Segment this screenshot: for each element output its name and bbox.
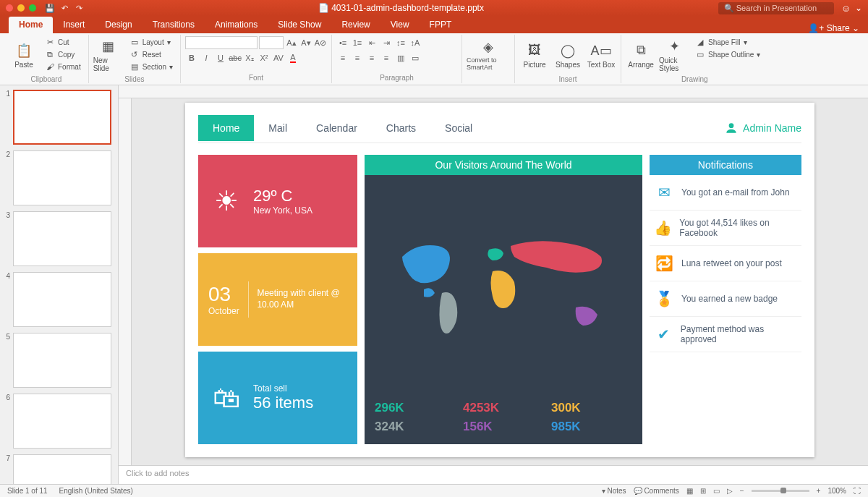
slide-thumbnail-7[interactable]: [13, 454, 111, 484]
fit-to-window-button[interactable]: ⛶: [854, 487, 861, 495]
shape-outline-button[interactable]: ▭Shape Outline ▾: [692, 48, 763, 60]
align-text-button[interactable]: ▭: [409, 51, 422, 64]
clear-formatting-button[interactable]: A⊘: [314, 36, 327, 49]
tab-review[interactable]: Review: [331, 17, 380, 33]
columns-button[interactable]: ▥: [394, 51, 407, 64]
new-slide-button[interactable]: ▦New Slide: [93, 36, 124, 74]
meeting-tile[interactable]: 03October Meeting with client @ 10.00 AM: [198, 253, 357, 346]
italic-button[interactable]: I: [200, 51, 213, 64]
tab-animations[interactable]: Animations: [205, 17, 268, 33]
nav-home[interactable]: Home: [198, 115, 254, 141]
reading-view-button[interactable]: ▭: [713, 487, 720, 495]
canvas-scroll[interactable]: Home Mail Calendar Charts Social Admin N…: [132, 98, 868, 465]
tab-design[interactable]: Design: [95, 17, 142, 33]
shapes-button[interactable]: ◯Shapes: [553, 36, 583, 74]
admin-name[interactable]: Admin Name: [724, 121, 801, 135]
decrease-indent-button[interactable]: ⇤: [365, 36, 378, 49]
align-left-button[interactable]: ≡: [336, 51, 349, 64]
language-indicator[interactable]: English (United States): [59, 487, 133, 495]
maximize-window-button[interactable]: [29, 4, 36, 12]
paste-icon: 📋: [15, 42, 33, 59]
justify-button[interactable]: ≡: [380, 51, 393, 64]
tab-insert[interactable]: Insert: [53, 17, 95, 33]
nav-charts[interactable]: Charts: [372, 115, 430, 141]
tab-slideshow[interactable]: Slide Show: [268, 17, 331, 33]
picture-button[interactable]: 🖼Picture: [519, 36, 550, 74]
strikethrough-button[interactable]: abc: [229, 51, 242, 64]
font-size-select[interactable]: [259, 36, 284, 49]
feedback-icon[interactable]: ☺: [841, 3, 851, 14]
slide-thumbnail-3[interactable]: [13, 211, 111, 266]
share-button[interactable]: 👤+ Share ⌄: [808, 23, 859, 33]
notification-item[interactable]: 🏅You earned a new badge: [650, 281, 801, 317]
zoom-out-button[interactable]: −: [740, 487, 744, 495]
slide-thumbnail-2[interactable]: [13, 150, 111, 205]
minimize-window-button[interactable]: [17, 4, 25, 12]
bold-button[interactable]: B: [185, 51, 198, 64]
convert-smartart-button[interactable]: ◈Convert to SmartArt: [467, 36, 510, 74]
align-center-button[interactable]: ≡: [351, 51, 364, 64]
superscript-button[interactable]: X²: [258, 51, 271, 64]
slide-thumbnails-panel[interactable]: 1 2 3 4 5 6 7: [0, 85, 119, 484]
align-right-button[interactable]: ≡: [365, 51, 378, 64]
slide-thumbnail-6[interactable]: [13, 394, 111, 449]
notes-pane[interactable]: Click to add notes: [119, 465, 868, 484]
layout-button[interactable]: ▭Layout ▾: [127, 36, 176, 48]
nav-mail[interactable]: Mail: [254, 115, 302, 141]
save-icon[interactable]: 💾: [45, 3, 55, 13]
quick-styles-button[interactable]: ✦Quick Styles: [659, 36, 689, 74]
chevron-down-icon[interactable]: ⌄: [855, 3, 862, 13]
notification-item[interactable]: ✉You got an e-mail from John: [650, 175, 801, 211]
notes-toggle[interactable]: ▾ Notes: [602, 487, 626, 495]
font-color-button[interactable]: A: [286, 51, 299, 64]
increase-indent-button[interactable]: ⇥: [380, 36, 393, 49]
cut-button[interactable]: ✂Cut: [42, 36, 84, 48]
section-button[interactable]: ▤Section ▾: [127, 61, 176, 72]
group-insert: 🖼Picture ◯Shapes A▭Text Box Insert: [515, 35, 621, 83]
tab-view[interactable]: View: [380, 17, 420, 33]
notification-item[interactable]: 👍You got 44,514 likes on Facebook: [650, 211, 801, 246]
textbox-button[interactable]: A▭Text Box: [586, 36, 616, 74]
slide-thumbnail-1[interactable]: [13, 90, 111, 145]
slide-thumbnail-5[interactable]: [13, 333, 111, 388]
close-window-button[interactable]: [6, 4, 13, 12]
tab-home[interactable]: Home: [9, 17, 53, 33]
zoom-in-button[interactable]: +: [817, 487, 821, 495]
tab-transitions[interactable]: Transitions: [142, 17, 205, 33]
underline-button[interactable]: U: [214, 51, 227, 64]
nav-calendar[interactable]: Calendar: [302, 115, 372, 141]
reset-button[interactable]: ↺Reset: [127, 48, 176, 60]
font-family-select[interactable]: [185, 36, 258, 49]
notification-item[interactable]: ✔Payment method was approved: [650, 317, 801, 352]
dashboard-body: ☀ 29º CNew York, USA 03October Meeting w…: [198, 155, 801, 444]
tab-fppt[interactable]: FPPT: [420, 17, 462, 33]
subscript-button[interactable]: X₂: [243, 51, 256, 64]
text-direction-button[interactable]: ↕A: [409, 36, 422, 49]
paste-button[interactable]: 📋Paste: [9, 36, 39, 74]
slideshow-view-button[interactable]: ▷: [727, 487, 733, 495]
undo-icon[interactable]: ↶: [59, 3, 69, 13]
slide-thumbnail-4[interactable]: [13, 272, 111, 327]
zoom-level[interactable]: 100%: [827, 487, 846, 495]
slide-canvas[interactable]: Home Mail Calendar Charts Social Admin N…: [185, 103, 814, 457]
bullets-button[interactable]: •≡: [336, 36, 349, 49]
comments-toggle[interactable]: 💬 Comments: [634, 487, 679, 495]
decrease-font-button[interactable]: A▾: [299, 36, 312, 49]
format-painter-button[interactable]: 🖌Format: [42, 61, 84, 72]
nav-social[interactable]: Social: [430, 115, 487, 141]
notification-item[interactable]: 🔁Luna retweet on your post: [650, 246, 801, 281]
numbering-button[interactable]: 1≡: [351, 36, 364, 49]
slide-sorter-button[interactable]: ⊞: [700, 487, 706, 495]
shape-fill-button[interactable]: ◢Shape Fill ▾: [692, 36, 763, 48]
zoom-slider[interactable]: [752, 490, 809, 492]
line-spacing-button[interactable]: ↕≡: [394, 36, 407, 49]
normal-view-button[interactable]: ▦: [686, 487, 693, 495]
character-spacing-button[interactable]: AV: [272, 51, 285, 64]
copy-button[interactable]: ⧉Copy: [42, 48, 84, 60]
redo-icon[interactable]: ↷: [74, 3, 84, 13]
arrange-button[interactable]: ⧉Arrange: [626, 36, 656, 74]
weather-tile[interactable]: ☀ 29º CNew York, USA: [198, 155, 357, 247]
increase-font-button[interactable]: A▴: [285, 36, 298, 49]
sell-tile[interactable]: 🛍 Total sell56 items: [198, 352, 357, 444]
search-input[interactable]: 🔍 Search in Presentation: [718, 2, 834, 14]
